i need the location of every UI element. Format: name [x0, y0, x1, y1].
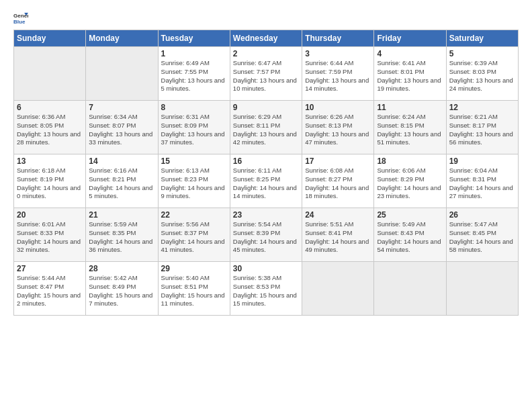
- day-info: Sunrise: 6:11 AM Sunset: 8:25 PM Dayligh…: [233, 167, 299, 201]
- day-info: Sunrise: 6:49 AM Sunset: 7:55 PM Dayligh…: [161, 59, 227, 93]
- weekday-header-thursday: Thursday: [302, 30, 374, 47]
- day-number: 20: [17, 210, 83, 220]
- day-number: 10: [305, 103, 371, 112]
- day-number: 30: [233, 264, 299, 273]
- day-number: 7: [89, 103, 154, 112]
- calendar-thead: SundayMondayTuesdayWednesdayThursdayFrid…: [14, 30, 519, 47]
- day-info: Sunrise: 5:38 AM Sunset: 8:53 PM Dayligh…: [233, 274, 299, 308]
- calendar-cell: [302, 262, 374, 316]
- day-number: 22: [161, 210, 227, 220]
- calendar-week-row: 20Sunrise: 6:01 AM Sunset: 8:33 PM Dayli…: [14, 208, 519, 262]
- svg-text:Blue: Blue: [13, 19, 26, 25]
- day-number: 12: [449, 103, 515, 112]
- day-number: 5: [449, 49, 515, 58]
- calendar-cell: 28Sunrise: 5:42 AM Sunset: 8:49 PM Dayli…: [86, 262, 158, 316]
- calendar-cell: 18Sunrise: 6:06 AM Sunset: 8:29 PM Dayli…: [374, 154, 446, 208]
- calendar-cell: 9Sunrise: 6:29 AM Sunset: 8:11 PM Daylig…: [230, 101, 302, 154]
- calendar-cell: 30Sunrise: 5:38 AM Sunset: 8:53 PM Dayli…: [230, 262, 302, 316]
- day-number: 29: [161, 264, 227, 273]
- weekday-header-friday: Friday: [374, 30, 446, 47]
- day-number: 24: [305, 210, 371, 220]
- day-number: 15: [161, 156, 227, 166]
- weekday-header-tuesday: Tuesday: [158, 30, 230, 47]
- logo: General Blue: [13, 11, 31, 26]
- day-info: Sunrise: 6:29 AM Sunset: 8:11 PM Dayligh…: [233, 113, 299, 147]
- calendar-cell: 14Sunrise: 6:16 AM Sunset: 8:21 PM Dayli…: [86, 154, 158, 208]
- weekday-header-wednesday: Wednesday: [230, 30, 302, 47]
- day-number: 2: [233, 49, 299, 58]
- day-info: Sunrise: 6:36 AM Sunset: 8:05 PM Dayligh…: [17, 113, 83, 147]
- day-info: Sunrise: 6:44 AM Sunset: 7:59 PM Dayligh…: [305, 59, 371, 93]
- day-info: Sunrise: 6:26 AM Sunset: 8:13 PM Dayligh…: [305, 113, 371, 147]
- calendar-cell: 26Sunrise: 5:47 AM Sunset: 8:45 PM Dayli…: [446, 208, 518, 262]
- calendar-cell: 27Sunrise: 5:44 AM Sunset: 8:47 PM Dayli…: [14, 262, 86, 316]
- calendar-cell: 5Sunrise: 6:39 AM Sunset: 8:03 PM Daylig…: [446, 47, 518, 101]
- day-number: 28: [89, 264, 154, 273]
- calendar-cell: 24Sunrise: 5:51 AM Sunset: 8:41 PM Dayli…: [302, 208, 374, 262]
- calendar-cell: 3Sunrise: 6:44 AM Sunset: 7:59 PM Daylig…: [302, 47, 374, 101]
- calendar-cell: 25Sunrise: 5:49 AM Sunset: 8:43 PM Dayli…: [374, 208, 446, 262]
- header-row: SundayMondayTuesdayWednesdayThursdayFrid…: [14, 30, 519, 47]
- calendar-cell: 15Sunrise: 6:13 AM Sunset: 8:23 PM Dayli…: [158, 154, 230, 208]
- day-number: 9: [233, 103, 299, 112]
- day-info: Sunrise: 6:39 AM Sunset: 8:03 PM Dayligh…: [449, 59, 515, 93]
- day-info: Sunrise: 5:47 AM Sunset: 8:45 PM Dayligh…: [449, 220, 515, 255]
- calendar-week-row: 1Sunrise: 6:49 AM Sunset: 7:55 PM Daylig…: [14, 47, 519, 101]
- day-number: 6: [17, 103, 83, 112]
- header: General Blue: [13, 11, 519, 26]
- calendar-cell: 16Sunrise: 6:11 AM Sunset: 8:25 PM Dayli…: [230, 154, 302, 208]
- day-number: 21: [89, 210, 154, 220]
- day-info: Sunrise: 6:31 AM Sunset: 8:09 PM Dayligh…: [161, 113, 227, 147]
- day-number: 25: [377, 210, 443, 220]
- day-info: Sunrise: 5:54 AM Sunset: 8:39 PM Dayligh…: [233, 220, 299, 255]
- day-number: 11: [377, 103, 443, 112]
- calendar-page: General Blue SundayMondayTuesdayWednesda…: [0, 0, 532, 411]
- day-info: Sunrise: 5:56 AM Sunset: 8:37 PM Dayligh…: [161, 220, 227, 255]
- day-info: Sunrise: 6:16 AM Sunset: 8:21 PM Dayligh…: [89, 167, 154, 201]
- calendar-cell: 13Sunrise: 6:18 AM Sunset: 8:19 PM Dayli…: [14, 154, 86, 208]
- day-number: 26: [449, 210, 515, 220]
- calendar-cell: 10Sunrise: 6:26 AM Sunset: 8:13 PM Dayli…: [302, 101, 374, 154]
- day-info: Sunrise: 6:18 AM Sunset: 8:19 PM Dayligh…: [17, 167, 83, 201]
- calendar-cell: 4Sunrise: 6:41 AM Sunset: 8:01 PM Daylig…: [374, 47, 446, 101]
- day-number: 13: [17, 156, 83, 166]
- calendar-cell: 1Sunrise: 6:49 AM Sunset: 7:55 PM Daylig…: [158, 47, 230, 101]
- day-number: 4: [377, 49, 443, 58]
- day-info: Sunrise: 6:08 AM Sunset: 8:27 PM Dayligh…: [305, 167, 371, 201]
- weekday-header-saturday: Saturday: [446, 30, 518, 47]
- calendar-cell: 29Sunrise: 5:40 AM Sunset: 8:51 PM Dayli…: [158, 262, 230, 316]
- calendar-cell: 23Sunrise: 5:54 AM Sunset: 8:39 PM Dayli…: [230, 208, 302, 262]
- weekday-header-sunday: Sunday: [14, 30, 86, 47]
- day-number: 1: [161, 49, 227, 58]
- calendar-cell: 21Sunrise: 5:59 AM Sunset: 8:35 PM Dayli…: [86, 208, 158, 262]
- day-number: 27: [17, 264, 83, 273]
- day-number: 8: [161, 103, 227, 112]
- day-number: 3: [305, 49, 371, 58]
- day-info: Sunrise: 6:34 AM Sunset: 8:07 PM Dayligh…: [89, 113, 154, 147]
- day-info: Sunrise: 6:24 AM Sunset: 8:15 PM Dayligh…: [377, 113, 443, 147]
- day-number: 23: [233, 210, 299, 220]
- day-info: Sunrise: 5:49 AM Sunset: 8:43 PM Dayligh…: [377, 220, 443, 255]
- calendar-cell: 12Sunrise: 6:21 AM Sunset: 8:17 PM Dayli…: [446, 101, 518, 154]
- day-info: Sunrise: 6:41 AM Sunset: 8:01 PM Dayligh…: [377, 59, 443, 93]
- day-info: Sunrise: 5:42 AM Sunset: 8:49 PM Dayligh…: [89, 274, 154, 308]
- day-info: Sunrise: 5:59 AM Sunset: 8:35 PM Dayligh…: [89, 220, 154, 255]
- day-info: Sunrise: 6:04 AM Sunset: 8:31 PM Dayligh…: [449, 167, 515, 201]
- calendar-cell: 2Sunrise: 6:47 AM Sunset: 7:57 PM Daylig…: [230, 47, 302, 101]
- day-number: 16: [233, 156, 299, 166]
- calendar-cell: 22Sunrise: 5:56 AM Sunset: 8:37 PM Dayli…: [158, 208, 230, 262]
- weekday-header-monday: Monday: [86, 30, 158, 47]
- calendar-cell: 19Sunrise: 6:04 AM Sunset: 8:31 PM Dayli…: [446, 154, 518, 208]
- logo-icon: General Blue: [13, 11, 28, 26]
- calendar-cell: 11Sunrise: 6:24 AM Sunset: 8:15 PM Dayli…: [374, 101, 446, 154]
- calendar-cell: 20Sunrise: 6:01 AM Sunset: 8:33 PM Dayli…: [14, 208, 86, 262]
- day-info: Sunrise: 6:47 AM Sunset: 7:57 PM Dayligh…: [233, 59, 299, 93]
- calendar-cell: [86, 47, 158, 101]
- calendar-week-row: 6Sunrise: 6:36 AM Sunset: 8:05 PM Daylig…: [14, 101, 519, 154]
- calendar-tbody: 1Sunrise: 6:49 AM Sunset: 7:55 PM Daylig…: [14, 47, 519, 316]
- day-info: Sunrise: 5:40 AM Sunset: 8:51 PM Dayligh…: [161, 274, 227, 308]
- day-number: 18: [377, 156, 443, 166]
- calendar-cell: [374, 262, 446, 316]
- day-info: Sunrise: 6:01 AM Sunset: 8:33 PM Dayligh…: [17, 220, 83, 255]
- calendar-week-row: 27Sunrise: 5:44 AM Sunset: 8:47 PM Dayli…: [14, 262, 519, 316]
